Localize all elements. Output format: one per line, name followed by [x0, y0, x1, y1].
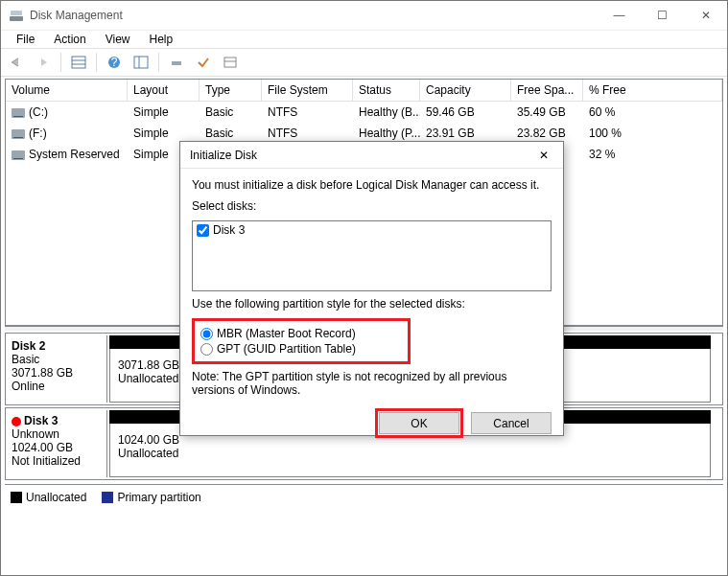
mbr-radio[interactable] — [200, 328, 213, 340]
ok-button[interactable]: OK — [379, 412, 459, 434]
menu-help[interactable]: Help — [140, 31, 183, 48]
disk-title: Disk 2 — [12, 339, 45, 353]
dialog-title: Initialize Disk — [190, 149, 525, 162]
toolbar: ? — [1, 49, 727, 77]
forward-button[interactable] — [32, 52, 55, 73]
vol-name: (F:) — [29, 127, 47, 140]
maximize-button[interactable]: ☐ — [641, 1, 684, 30]
legend-label: Unallocated — [26, 491, 86, 504]
cancel-button[interactable]: Cancel — [471, 412, 552, 434]
dialog-buttons: OK Cancel — [180, 408, 563, 444]
legend-unallocated: Unallocated — [11, 491, 86, 504]
drive-icon — [12, 150, 25, 160]
svg-text:?: ? — [111, 56, 118, 69]
drive-icon — [12, 108, 25, 118]
disk-select-listbox[interactable]: Disk 3 — [192, 220, 552, 291]
drive-icon — [12, 129, 25, 139]
separator — [96, 53, 97, 72]
gpt-label: GPT (GUID Partition Table) — [217, 342, 356, 356]
legend-label: Primary partition — [117, 491, 200, 504]
gpt-radio[interactable] — [200, 343, 213, 356]
vol-name: System Reserved — [29, 148, 120, 161]
vol-layout: Simple — [128, 102, 200, 123]
volume-row[interactable]: (C:) Simple Basic NTFS Healthy (B... 59.… — [6, 102, 722, 123]
disk-type: Unknown — [12, 427, 59, 441]
swatch-blue-icon — [102, 492, 113, 503]
window-title: Disk Management — [30, 9, 598, 22]
vol-pct: 100 % — [583, 123, 722, 144]
disk-info: Disk 2 Basic 3071.88 GB Online — [6, 335, 107, 403]
help-icon[interactable]: ? — [103, 52, 126, 73]
check-icon[interactable] — [192, 52, 215, 73]
disk-state: Online — [12, 380, 45, 393]
legend-primary: Primary partition — [102, 491, 200, 504]
gpt-option[interactable]: GPT (GUID Partition Table) — [200, 342, 402, 356]
disk-info: Disk 3 Unknown 1024.00 GB Not Initialize… — [6, 410, 107, 477]
col-type[interactable]: Type — [200, 80, 262, 101]
col-layout[interactable]: Layout — [128, 80, 200, 101]
col-pct[interactable]: % Free — [583, 80, 722, 101]
vol-status: Healthy (B... — [353, 102, 420, 123]
column-headers: Volume Layout Type File System Status Ca… — [6, 80, 722, 102]
menu-view[interactable]: View — [96, 31, 140, 48]
gpt-note-text: Note: The GPT partition style is not rec… — [192, 370, 552, 397]
select-disks-label: Select disks: — [192, 199, 552, 213]
vol-pct: 60 % — [583, 102, 722, 123]
dialog-titlebar: Initialize Disk ✕ — [180, 142, 563, 169]
svg-rect-10 — [224, 58, 236, 67]
menubar: File Action View Help — [1, 30, 727, 49]
vol-free: 35.49 GB — [511, 102, 583, 123]
separator — [158, 53, 159, 72]
swatch-black-icon — [11, 492, 22, 503]
titlebar: Disk Management — ☐ ✕ — [1, 1, 727, 30]
svg-rect-0 — [10, 16, 23, 21]
partition-style-label: Use the following partition style for th… — [192, 297, 552, 311]
legend: Unallocated Primary partition — [5, 484, 723, 510]
svg-rect-1 — [11, 11, 22, 15]
svg-rect-2 — [72, 57, 85, 68]
col-free[interactable]: Free Spa... — [511, 80, 583, 101]
mbr-option[interactable]: MBR (Master Boot Record) — [200, 327, 402, 340]
menu-file[interactable]: File — [7, 31, 44, 48]
disk-title: Disk 3 — [12, 414, 58, 427]
refresh-icon[interactable] — [165, 52, 188, 73]
window-controls: — ☐ ✕ — [598, 1, 727, 30]
partition-style-group: MBR (Master Boot Record) GPT (GUID Parti… — [192, 318, 411, 364]
disk-size: 1024.00 GB — [12, 441, 73, 454]
disk-state: Not Initialized — [12, 454, 81, 468]
vol-fs: NTFS — [262, 102, 353, 123]
partition-size: 1024.00 GB — [118, 433, 179, 447]
close-button[interactable]: ✕ — [684, 1, 727, 30]
mbr-label: MBR (Master Boot Record) — [217, 327, 356, 340]
dialog-intro-text: You must initialize a disk before Logica… — [192, 178, 552, 192]
col-status[interactable]: Status — [353, 80, 420, 101]
tool-grid-icon[interactable] — [67, 52, 90, 73]
col-fs[interactable]: File System — [262, 80, 353, 101]
minimize-button[interactable]: — — [598, 1, 641, 30]
svg-rect-9 — [172, 61, 181, 65]
vol-type: Basic — [200, 102, 262, 123]
menu-action[interactable]: Action — [44, 31, 95, 48]
disk-type: Basic — [12, 353, 39, 366]
back-button[interactable] — [5, 52, 28, 73]
disk3-label: Disk 3 — [213, 223, 245, 237]
dialog-close-button[interactable]: ✕ — [525, 142, 563, 168]
svg-rect-7 — [134, 57, 148, 68]
separator — [60, 53, 61, 72]
initialize-disk-dialog: Initialize Disk ✕ You must initialize a … — [179, 141, 564, 436]
partition-state: Unallocated — [118, 372, 178, 385]
disk3-checkbox[interactable] — [197, 224, 209, 237]
vol-capacity: 59.46 GB — [420, 102, 511, 123]
disk-size: 3071.88 GB — [12, 366, 73, 380]
col-volume[interactable]: Volume — [6, 80, 128, 101]
tool-panel-icon[interactable] — [129, 52, 153, 73]
vol-name: (C:) — [29, 105, 48, 119]
partition-size: 3071.88 GB — [118, 358, 179, 372]
disk-checkbox-row[interactable]: Disk 3 — [197, 223, 547, 237]
app-icon — [9, 8, 24, 23]
vol-pct: 32 % — [583, 144, 722, 165]
partition-state: Unallocated — [118, 447, 178, 460]
col-capacity[interactable]: Capacity — [420, 80, 511, 101]
properties-icon[interactable] — [219, 52, 242, 73]
dialog-body: You must initialize a disk before Logica… — [180, 169, 563, 408]
